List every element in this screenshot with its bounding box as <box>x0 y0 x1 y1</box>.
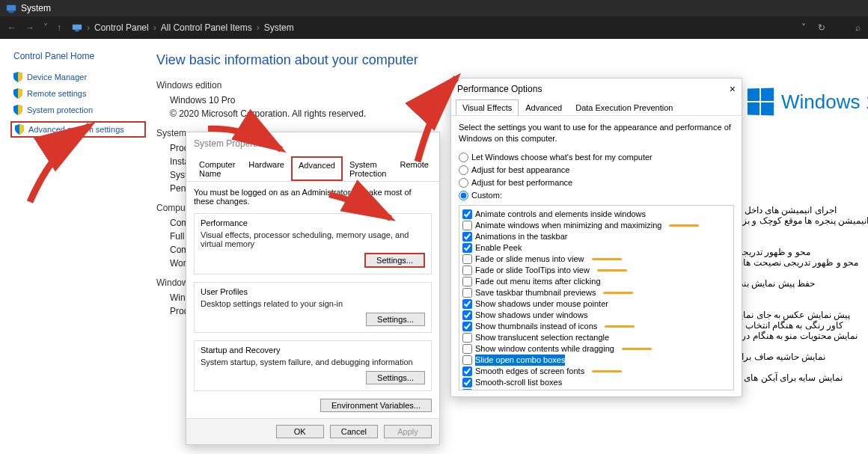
list-item[interactable]: Fade or slide menus into view <box>461 254 732 265</box>
highlight-brush <box>597 269 627 272</box>
checkbox-label: Show thumbnails instead of icons <box>475 321 597 332</box>
list-item[interactable]: Show thumbnails instead of icons <box>461 321 732 332</box>
profiles-settings-button[interactable]: Settings... <box>366 313 425 326</box>
list-item[interactable]: Animate controls and elements inside win… <box>461 209 732 220</box>
svg-rect-2 <box>73 25 82 30</box>
checkbox[interactable] <box>462 288 472 298</box>
admin-note: You must be logged on as an Administrato… <box>194 188 432 206</box>
page-title: View basic information about your comput… <box>156 52 868 68</box>
radio-windows-choose[interactable] <box>459 153 468 162</box>
list-item[interactable]: Show translucent selection rectangle <box>461 332 732 343</box>
radio-label: Adjust for best appearance <box>471 165 569 174</box>
ok-button[interactable]: OK <box>276 425 324 438</box>
performance-settings-button[interactable]: Settings... <box>364 253 425 268</box>
checkbox-label: Enable Peek <box>475 242 522 254</box>
list-item[interactable]: Use drop shadows for icon labels on the … <box>461 388 732 390</box>
checkbox[interactable] <box>462 254 472 264</box>
checkbox[interactable] <box>462 378 472 387</box>
svg-rect-0 <box>7 5 16 11</box>
radio-custom[interactable] <box>459 191 468 200</box>
checkbox[interactable] <box>462 221 472 230</box>
navigation-bar: ← → ˅ ↑ › Control Panel › All Control Pa… <box>0 16 868 39</box>
cancel-button[interactable]: Cancel <box>330 425 378 438</box>
list-item[interactable]: Show window contents while dragging <box>461 343 732 355</box>
checkbox[interactable] <box>462 389 472 390</box>
checkbox-label: Show translucent selection rectangle <box>475 332 609 343</box>
tab-advanced[interactable]: Advanced <box>291 156 343 181</box>
close-icon[interactable]: × <box>730 83 736 95</box>
checkbox[interactable] <box>462 355 472 365</box>
nav-recent-icon[interactable]: ˅ <box>43 22 48 33</box>
refresh-icon[interactable]: ↻ <box>818 22 825 33</box>
sidebar-home[interactable]: Control Panel Home <box>13 51 146 61</box>
breadcrumb-item[interactable]: System <box>264 22 294 33</box>
window-title: System <box>21 3 51 13</box>
checkbox[interactable] <box>462 277 472 286</box>
environment-variables-button[interactable]: Environment Variables... <box>320 399 432 412</box>
list-item[interactable]: Smooth-scroll list boxes <box>461 377 732 388</box>
sidebar-item-system-protection[interactable]: System protection <box>13 105 146 115</box>
list-item[interactable]: Show shadows under mouse pointer <box>461 298 732 310</box>
shield-icon <box>13 88 22 99</box>
list-item[interactable]: Fade out menu items after clicking <box>461 276 732 287</box>
windows-logo-icon <box>748 88 774 115</box>
shield-icon <box>13 72 22 82</box>
breadcrumb[interactable]: › Control Panel › All Control Panel Item… <box>72 22 294 33</box>
sidebar-item-advanced-system-settings[interactable]: Advanced system settings <box>10 121 146 138</box>
checkbox-label: Smooth edges of screen fonts <box>475 366 584 377</box>
checkbox-label: Animations in the taskbar <box>475 231 568 242</box>
radio-best-performance[interactable] <box>459 178 468 188</box>
checkbox[interactable] <box>462 310 472 320</box>
sidebar-item-remote-settings[interactable]: Remote settings <box>13 88 146 99</box>
list-item[interactable]: Save taskbar thumbnail previews <box>461 287 732 298</box>
checkbox-label: Smooth-scroll list boxes <box>475 377 562 388</box>
startup-settings-button[interactable]: Settings... <box>366 371 425 384</box>
performance-desc-text: Select the settings you want to use for … <box>459 122 734 145</box>
list-item[interactable]: Animate windows when minimizing and maxi… <box>461 220 732 231</box>
highlight-brush <box>669 224 699 227</box>
radio-best-appearance[interactable] <box>459 165 468 175</box>
nav-dropdown-icon[interactable]: ˅ <box>801 22 806 33</box>
checkbox[interactable] <box>462 299 472 309</box>
windows-10-logo: Windows 10 <box>747 88 868 115</box>
highlight-brush <box>592 370 622 372</box>
checkbox[interactable] <box>462 333 472 343</box>
nav-up-icon[interactable]: ↑ <box>57 22 61 33</box>
startup-legend: Startup and Recovery <box>201 346 425 355</box>
user-profiles-fieldset: User Profiles Desktop settings related t… <box>194 282 432 333</box>
list-item[interactable]: Smooth edges of screen fonts <box>461 366 732 377</box>
search-icon[interactable]: ⌕ <box>855 22 861 33</box>
checkbox[interactable] <box>462 366 472 376</box>
checkbox-label: Fade out menu items after clicking <box>475 276 601 287</box>
checkbox[interactable] <box>462 344 472 354</box>
breadcrumb-item[interactable]: Control Panel <box>94 22 149 33</box>
checkbox[interactable] <box>462 322 472 331</box>
tab-visual-effects[interactable]: Visual Effects <box>456 99 519 115</box>
sidebar-item-device-manager[interactable]: Device Manager <box>13 72 146 82</box>
breadcrumb-item[interactable]: All Control Panel Items <box>161 22 252 33</box>
list-item[interactable]: Fade or slide ToolTips into view <box>461 265 732 276</box>
list-item[interactable]: Animations in the taskbar <box>461 231 732 242</box>
performance-desc: Visual effects, processor scheduling, me… <box>201 230 425 248</box>
tab-system-protection[interactable]: System Protection <box>343 156 394 181</box>
tab-remote[interactable]: Remote <box>393 156 435 181</box>
highlight-brush <box>592 258 622 260</box>
shield-icon <box>13 105 22 115</box>
nav-forward-icon[interactable]: → <box>25 22 34 33</box>
checkbox[interactable] <box>462 243 472 253</box>
apply-button[interactable]: Apply <box>384 425 432 438</box>
checkbox[interactable] <box>462 232 472 242</box>
list-item[interactable]: Enable Peek <box>461 242 732 254</box>
dialog-title: Performance Options <box>457 84 542 94</box>
tab-advanced[interactable]: Advanced <box>519 99 569 115</box>
checkbox[interactable] <box>462 266 472 275</box>
list-item[interactable]: Slide open combo boxes <box>461 355 732 366</box>
checkbox[interactable] <box>462 209 472 219</box>
sidebar-item-label: System protection <box>27 105 93 114</box>
tab-computer-name[interactable]: Computer Name <box>192 156 242 181</box>
visual-effects-list[interactable]: Animate controls and elements inside win… <box>459 205 734 390</box>
tab-hardware[interactable]: Hardware <box>242 156 291 181</box>
tab-dep[interactable]: Data Execution Prevention <box>569 99 679 115</box>
list-item[interactable]: Show shadows under windows <box>461 310 732 321</box>
nav-back-icon[interactable]: ← <box>7 22 16 33</box>
